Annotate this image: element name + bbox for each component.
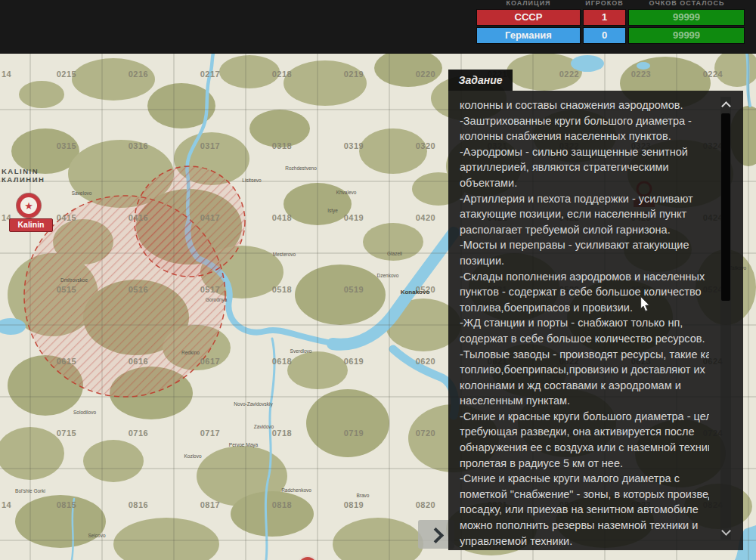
grid-label: 0720 (413, 429, 438, 438)
scoreboard-row-ussr: СССР 1 99999 (476, 9, 745, 26)
mission-text-line: -Артиллерия и пехота поддержки - усилива… (460, 191, 709, 207)
grid-label: 0316 (125, 141, 151, 150)
grid-label: 0817 (197, 500, 223, 509)
header-players: ИГРОКОВ (583, 0, 626, 7)
grid-label: 0217 (197, 70, 223, 79)
town-label: Selcovo (67, 533, 127, 538)
scrollbar[interactable] (720, 97, 731, 540)
game-screen: 0215021602170218021902200221022202230224… (0, 0, 756, 560)
town-label: Bravo (333, 493, 393, 498)
mission-text-line: -Аэродромы - сильно защищенные зенитной (460, 144, 709, 160)
chevron-down-icon (721, 526, 731, 536)
grid-label: 0518 (269, 285, 295, 294)
grid-label: 0816 (125, 500, 151, 509)
grid-label: 0219 (341, 70, 367, 79)
coalition-cell-germany: Германия (476, 27, 581, 44)
grid-label: 0618 (269, 357, 295, 366)
scroll-down-button[interactable] (720, 524, 731, 540)
mission-text-line: обнаружения ее с воздуха или с наземной … (460, 440, 709, 456)
map-city-title: KALININ КАЛИНИН (2, 167, 45, 184)
mission-text-line: топлива,боеприпасов и провизии. (460, 300, 709, 316)
grid-label: 0417 (197, 213, 223, 222)
grid-label: 0220 (413, 70, 438, 79)
mission-text-line: -Склады пополнения аэродромов и населенн… (460, 269, 709, 285)
mission-text-line: управляемой техники. (460, 534, 709, 549)
mission-tab[interactable]: Задание (448, 70, 513, 91)
mission-text-line: артиллерией, являются стратегическими (460, 159, 709, 175)
town-label: Glazeli (364, 251, 425, 256)
header-points-left: ОЧКОВ ОСТАЛОСЬ (628, 0, 745, 7)
mission-text-line: содержат в себе большое количество ресур… (460, 331, 709, 347)
town-label: Lisitsevo (222, 178, 282, 183)
mission-text-line: атакующие позиции, если населенный пункт (460, 206, 709, 222)
grid-label: 0223 (628, 70, 654, 79)
mission-text-line: пометкой "снабжение" - зоны, в которых п… (460, 487, 709, 503)
grid-label: 0615 (54, 357, 79, 366)
mission-text-line: объектами. (460, 175, 709, 191)
grid-label: 0617 (197, 357, 223, 366)
scroll-up-button[interactable] (720, 97, 731, 112)
town-label: Zavidovo (234, 424, 294, 429)
town-label: Dzenkovo (358, 273, 418, 278)
mission-panel-body: колонны и составы снаожения аэродромов.-… (448, 91, 743, 550)
scoreboard-row-germany: Германия 0 99999 (476, 27, 745, 44)
grid-label: 0717 (197, 429, 223, 438)
town-label: Konakovo (385, 289, 445, 295)
town-label: Radchenkovo (266, 487, 327, 493)
grid-label: 0419 (341, 213, 367, 222)
grid-label-partial: 14 (2, 70, 17, 79)
mission-text-line: колоннами и жд составами к аэродромам и (460, 378, 709, 394)
town-label: Novo-Zavidovskiy (223, 401, 284, 407)
mission-text-line: пунктов - содержат в себе большое количе… (460, 284, 709, 300)
mission-text-line: располагает требуемой силой гарнизона. (460, 222, 709, 238)
grid-label-partial: 14 (2, 500, 17, 509)
grid-label: 0620 (413, 357, 438, 366)
grid-label: 0616 (125, 357, 151, 366)
mission-text-line: пролетая в радиусе 5 км от нее. (460, 456, 709, 472)
town-label: Pervoe Maya (213, 442, 274, 447)
city-marker-partial (298, 556, 318, 560)
grid-label: 0418 (269, 213, 295, 222)
mission-text-line: -Синие и красные круги малого диаметра с (460, 471, 709, 487)
grid-label: 0818 (269, 500, 295, 509)
top-bar: КОАЛИЦИЯ ИГРОКОВ ОЧКОВ ОСТАЛОСЬ СССР 1 9… (0, 0, 756, 54)
mission-text-line: -Мосты и переправы - усиливают атакующие (460, 237, 709, 253)
town-label: Mesterovo (254, 252, 314, 257)
grid-label: 0224 (700, 70, 726, 79)
scoreboard-header-row: КОАЛИЦИЯ ИГРОКОВ ОЧКОВ ОСТАЛОСЬ (476, 0, 745, 8)
grid-label: 0317 (197, 141, 223, 150)
grid-label: 0320 (413, 141, 438, 150)
mission-text-line: -ЖД станции и порты - снабжают только нп… (460, 315, 709, 331)
grid-label: 0718 (269, 429, 295, 438)
grid-label: 0715 (54, 429, 79, 438)
mission-text-line: требующая разведки, она активируется пос… (460, 424, 709, 440)
mission-text-line: топливо,боеприпасы,провизию и доставляют… (460, 362, 709, 378)
mission-text-line: посадку, или приехав на зенитном автомоб… (460, 502, 709, 518)
mission-text-line: -Синие и красные круги большого диаметра… (460, 409, 709, 425)
mission-text-line: можно пополнить резервы наземной техники… (460, 518, 709, 534)
scrollbar-thumb[interactable] (721, 113, 730, 301)
city-marker-label[interactable]: Kalinin (9, 218, 53, 232)
grid-label: 0815 (54, 500, 79, 509)
chevron-right-icon (428, 528, 444, 543)
grid-label: 0519 (341, 285, 367, 294)
town-label: Rozhdestveno (271, 166, 331, 171)
grid-label: 0719 (341, 429, 367, 438)
grid-label: 0416 (125, 213, 151, 222)
grid-label: 0318 (269, 141, 295, 150)
chevron-up-icon (721, 101, 731, 111)
grid-label: 0515 (54, 285, 79, 294)
mission-text-line: колонны и составы снаожения аэродромов. (460, 97, 709, 113)
grid-label: 0222 (556, 70, 582, 79)
grid-label: 0716 (125, 429, 151, 438)
coalition-cell-ussr: СССР (476, 9, 581, 26)
mission-text: колонны и составы снаожения аэродромов.-… (460, 97, 709, 549)
city-marker-kalinin[interactable]: ★ (17, 193, 41, 218)
grid-label: 0420 (413, 213, 438, 222)
grid-label: 0517 (197, 285, 223, 294)
grid-label: 0516 (125, 285, 151, 294)
points-cell-germany: 99999 (628, 27, 745, 44)
mission-text-line: -Заштрихованные круги большого диаметра … (460, 113, 709, 129)
grid-label: 0215 (54, 70, 79, 79)
grid-label: 0619 (341, 357, 367, 366)
